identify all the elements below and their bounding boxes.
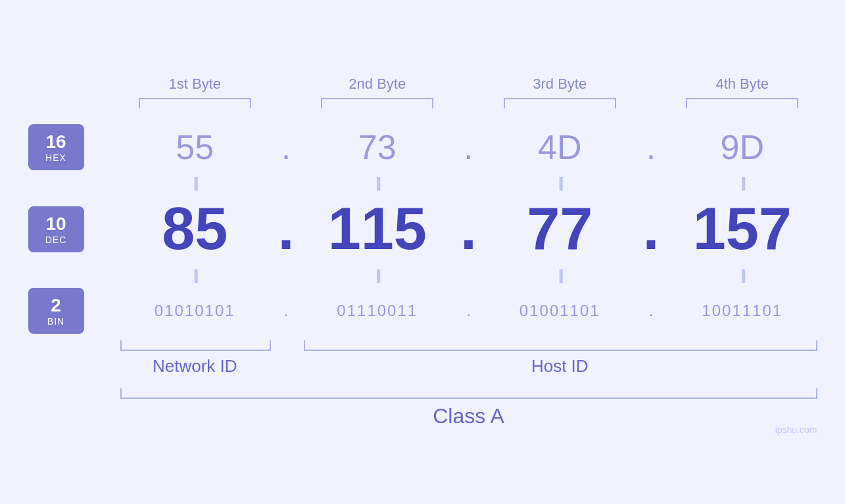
eq-1-2: || <box>376 174 379 191</box>
dec-dot-1: . <box>278 195 294 263</box>
dec-val-3: 77 <box>527 195 592 263</box>
bin-val-2: 01110011 <box>337 302 418 320</box>
bin-val-4: 10011101 <box>702 302 783 320</box>
dec-label-box: 10 DEC <box>28 206 84 252</box>
network-id-label: Network ID <box>120 356 270 377</box>
hex-val-4: 9D <box>721 127 764 167</box>
class-label: Class A <box>120 404 817 428</box>
network-bracket <box>120 340 272 351</box>
eq-2-1: || <box>193 267 196 284</box>
bin-row: 2 BIN 01010101 . 01110011 . 01001101 . 1… <box>28 288 817 334</box>
eq-1-1: || <box>193 174 196 191</box>
hex-val-2: 73 <box>358 127 397 167</box>
dec-base-number: 10 <box>45 214 66 235</box>
bin-dot-2: . <box>466 302 471 320</box>
hex-dot-1: . <box>281 127 291 167</box>
byte-header-3: 3rd Byte <box>485 76 635 93</box>
byte-header-1: 1st Byte <box>120 76 270 93</box>
hex-base-label: HEX <box>45 152 66 163</box>
host-bracket-left <box>304 340 454 351</box>
dec-val-4: 157 <box>693 195 792 263</box>
eq-2-2: || <box>376 267 379 284</box>
host-id-label: Host ID <box>485 356 635 377</box>
class-bracket-right <box>667 388 817 399</box>
bin-label-box: 2 BIN <box>28 288 84 334</box>
top-bracket-2 <box>321 98 433 108</box>
hex-val-3: 4D <box>538 127 581 167</box>
dec-row: 10 DEC 85 . 115 . 77 . 157 <box>28 195 817 263</box>
watermark: ipshu.com <box>775 424 817 435</box>
top-bracket-4 <box>686 98 798 108</box>
hex-base-number: 16 <box>45 131 66 152</box>
eq-2-4: || <box>741 267 744 284</box>
dec-dot-3: . <box>642 195 659 263</box>
hex-row: 16 HEX 55 . 73 . 4D . 9D <box>28 124 817 170</box>
dec-base-label: DEC <box>45 235 67 245</box>
eq-2-3: || <box>558 267 561 284</box>
hex-dot-3: . <box>646 127 656 167</box>
bin-dot-1: . <box>284 302 289 320</box>
hex-label-box: 16 HEX <box>28 124 84 170</box>
dec-val-1: 85 <box>162 195 228 263</box>
dec-dot-2: . <box>460 195 477 263</box>
host-bracket-mid <box>487 340 635 351</box>
eq-1-3: || <box>558 174 561 191</box>
top-bracket-3 <box>504 98 616 108</box>
hex-val-1: 55 <box>176 127 214 167</box>
dec-val-2: 115 <box>328 195 427 263</box>
eq-1-4: || <box>741 174 744 191</box>
host-bracket-right <box>667 340 817 351</box>
byte-header-2: 2nd Byte <box>302 76 452 93</box>
bin-val-1: 01010101 <box>155 302 235 320</box>
class-bracket-left <box>120 388 271 399</box>
hex-dot-2: . <box>464 127 473 167</box>
bin-dot-3: . <box>649 302 654 320</box>
bin-val-3: 01001101 <box>519 302 600 320</box>
bin-base-number: 2 <box>51 295 61 316</box>
top-bracket-1 <box>139 98 251 108</box>
byte-header-4: 4th Byte <box>667 76 817 93</box>
bin-base-label: BIN <box>47 316 64 327</box>
